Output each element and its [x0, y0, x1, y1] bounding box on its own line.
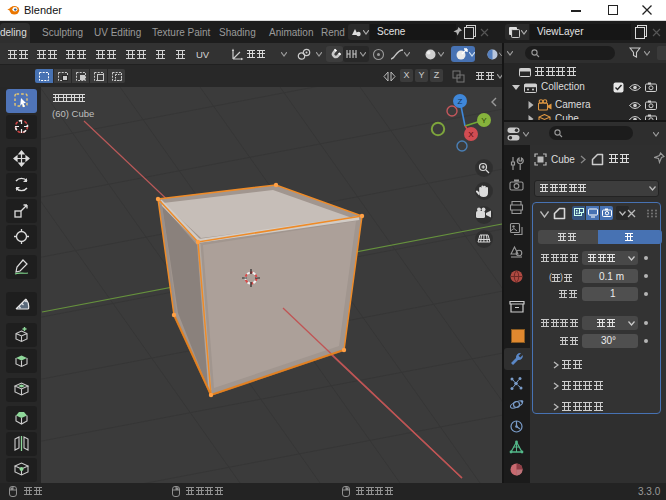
- svg-text:Z: Z: [458, 97, 463, 106]
- svg-text:X: X: [468, 130, 474, 139]
- svg-text:Y: Y: [481, 116, 487, 125]
